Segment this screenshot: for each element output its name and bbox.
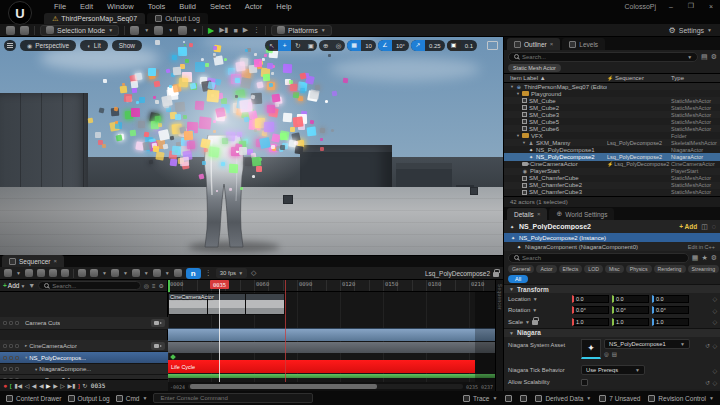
reset-icon[interactable]: ↺	[705, 379, 710, 386]
chip-misc[interactable]: Misc	[605, 265, 624, 273]
sequencer-track-camera-cuts[interactable]: Camera Cuts	[0, 317, 168, 330]
outliner-row[interactable]: ✦NS_PolyDecompose2Lsq_PolyDecompose2Niag…	[504, 153, 720, 160]
chip-rendering[interactable]: Rendering	[654, 265, 686, 273]
rotation-y-field[interactable]: 0.0°	[612, 306, 649, 314]
lock-icon[interactable]	[493, 272, 499, 277]
scale-snap-control[interactable]: ↗ 0.25	[411, 40, 445, 51]
playback-options-icon[interactable]	[132, 269, 140, 277]
content-browser-icon[interactable]	[20, 26, 29, 35]
camera-speed-control[interactable]: ▣ 0.1	[447, 40, 477, 51]
niagara-asset-dropdown[interactable]: NS_PolyDecompose1 ▼	[604, 339, 690, 349]
cmd-dropdown[interactable]: Cmd ▼	[116, 395, 148, 402]
close-icon[interactable]: ×	[537, 211, 541, 217]
selection-mode-dropdown[interactable]: Selection Mode ▼	[40, 25, 119, 36]
find-in-content-icon[interactable]	[37, 269, 45, 277]
outliner-search[interactable]: ▼	[508, 52, 698, 62]
sequencer-track-ns-polydecompos-[interactable]: ▾NS_PolyDecompos...	[0, 352, 168, 364]
add-component-button[interactable]: + Add	[679, 223, 697, 230]
trace-dropdown[interactable]: Trace▼	[463, 395, 497, 402]
prev-key-button[interactable]: ◁	[25, 382, 30, 389]
outliner-row[interactable]: SM_Cube3StaticMeshActor	[504, 111, 720, 118]
chip-physics[interactable]: Physics	[626, 265, 652, 273]
filter-icon[interactable]: ▼	[28, 282, 35, 289]
details-settings-icon[interactable]: ⚙	[711, 254, 717, 262]
select-tool-button[interactable]: ↖	[265, 40, 278, 51]
output-log-button[interactable]: Output Log	[68, 395, 110, 402]
new-folder-icon[interactable]: ▤	[701, 53, 708, 61]
keyframe-icon[interactable]: ◇	[712, 295, 717, 302]
play-reverse-button[interactable]: ◀	[39, 382, 44, 389]
outliner-search-input[interactable]	[522, 54, 684, 60]
outliner-row[interactable]: CineCameraActor⚡Lsq_PolyDecompose2CineCa…	[504, 161, 720, 168]
scale-y-field[interactable]: 1.0	[612, 318, 649, 326]
tab-outliner[interactable]: Outliner ×	[507, 38, 560, 50]
content-drawer-button[interactable]: Content Drawer	[6, 395, 62, 402]
move-tool-button[interactable]: +	[278, 40, 291, 51]
keyframe-icon[interactable]: ◇	[712, 307, 717, 314]
record-button[interactable]: ●	[3, 382, 7, 389]
render-movie-icon[interactable]	[61, 269, 69, 277]
keyframe-icon[interactable]: ◇	[712, 318, 717, 325]
tab-world-settings[interactable]: ⊕ World Settings	[549, 208, 614, 220]
location-y-field[interactable]: 0.0	[612, 295, 649, 303]
platforms-dropdown[interactable]: Platforms ▼	[271, 25, 332, 36]
surface-snap-toggle[interactable]: ◎	[332, 40, 345, 51]
stop-button[interactable]: ■	[233, 27, 237, 34]
expand-arrow-icon[interactable]: ▼	[510, 84, 514, 89]
unlock-icon[interactable]: ◌	[712, 223, 716, 230]
revision-control-dropdown[interactable]: Revision Control▼	[648, 395, 714, 402]
outliner-row[interactable]: ▼Playground	[504, 90, 720, 97]
menu-edit[interactable]: Edit	[74, 2, 99, 11]
scale-tool-button[interactable]: ▣	[304, 40, 317, 51]
rotation-label[interactable]: Rotation▼	[508, 307, 570, 313]
save-icon[interactable]	[6, 26, 15, 35]
loop-button[interactable]: ↻	[82, 382, 87, 389]
timeline-scrollbar[interactable]: -0024 0235 0237	[168, 382, 495, 391]
details-search[interactable]	[508, 253, 689, 263]
viewport-options-icon[interactable]	[4, 40, 16, 51]
rotate-tool-button[interactable]: ↻	[291, 40, 304, 51]
outliner-row[interactable]: SM_ChamferCube3StaticMeshActor	[504, 189, 720, 196]
close-icon[interactable]: ×	[550, 41, 554, 47]
section-niagara[interactable]: ▼Niagara	[504, 328, 720, 337]
column-type[interactable]: Type	[671, 75, 720, 81]
component-row[interactable]: ✦ NiagaraComponent (NiagaraComponent0) E…	[504, 242, 720, 251]
close-icon[interactable]: ×	[53, 258, 57, 264]
add-track-button[interactable]: +Add▼	[3, 282, 25, 289]
menu-build[interactable]: Build	[173, 2, 202, 11]
chip-all[interactable]: All	[508, 275, 528, 283]
perspective-dropdown[interactable]: ◉ Perspective	[20, 40, 76, 51]
next-key-button[interactable]: ▷	[60, 382, 65, 389]
expand-arrow-icon[interactable]: ▾	[35, 367, 37, 372]
minimize-button[interactable]: –	[666, 3, 676, 10]
pin-icon[interactable]: ◎	[144, 282, 149, 289]
hierarchy-icon[interactable]: ◫	[701, 223, 708, 231]
expand-arrow-icon[interactable]: ▸	[25, 343, 27, 348]
chip-streaming[interactable]: Streaming	[688, 265, 720, 273]
column-sequencer[interactable]: ⚡ Sequencer	[607, 75, 671, 81]
instance-row[interactable]: ✦ NS_PolyDecompose2 (Instance)	[504, 233, 720, 242]
add-actor-icon[interactable]	[130, 26, 139, 35]
outliner-row[interactable]: SM_Cube2StaticMeshActor	[504, 104, 720, 111]
favorites-icon[interactable]: ★	[701, 254, 707, 262]
outliner-row[interactable]: SM_Cube5StaticMeshActor	[504, 118, 720, 125]
set-end-button[interactable]: ]	[78, 383, 80, 389]
chip-lod[interactable]: LOD	[584, 265, 603, 273]
editor-mode-button[interactable]: n	[186, 268, 201, 279]
sequencer-timeline[interactable]: 0000006000900120015001800210 CineCameraA…	[168, 280, 495, 391]
step-back-button[interactable]: ◀	[32, 382, 37, 389]
display-filter-icon[interactable]: ▦	[692, 254, 699, 262]
chip-general[interactable]: General	[508, 265, 534, 273]
outliner-row[interactable]: ✦NS_PolyDecompose1NiagaraActor	[504, 146, 720, 153]
track-search[interactable]	[38, 281, 141, 290]
tab-levels[interactable]: Levels	[562, 38, 605, 50]
keyframe-icon[interactable]: ◇	[712, 379, 717, 386]
outliner-row[interactable]: ▼VFXFolder	[504, 132, 720, 139]
cinematics-icon[interactable]	[178, 26, 187, 35]
auto-key-icon[interactable]	[174, 269, 182, 277]
unsaved-button[interactable]: 7 Unsaved	[599, 395, 640, 402]
go-to-start-button[interactable]: ▮◀	[14, 382, 22, 389]
chip-actor[interactable]: Actor	[536, 265, 556, 273]
menu-tools[interactable]: Tools	[142, 2, 172, 11]
component-track-section[interactable]	[168, 342, 495, 353]
